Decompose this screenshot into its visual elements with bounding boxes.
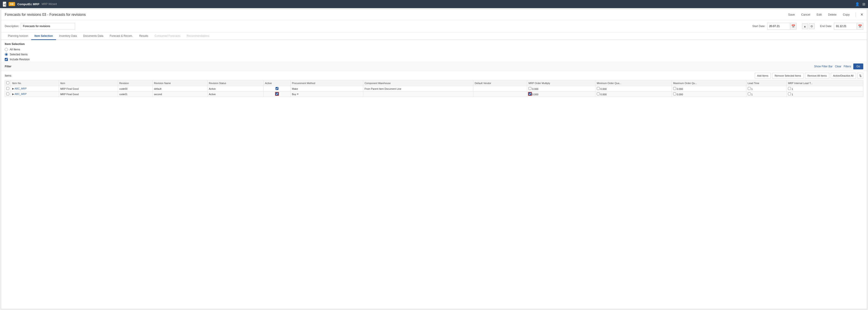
tab-consumed-forecasts: Consumed Forecasts bbox=[151, 33, 184, 40]
separator bbox=[856, 12, 856, 17]
include-revision-item[interactable]: Include Revision bbox=[1, 57, 867, 62]
edit-button[interactable]: Edit bbox=[815, 12, 823, 17]
selected-items-radio-item[interactable]: Selected Items bbox=[5, 53, 863, 56]
row1-warehouse: From Parent Item Document Line bbox=[363, 86, 473, 92]
row1-max-order-checkbox[interactable] bbox=[673, 87, 676, 90]
row2-expand-arrow[interactable]: ▶ bbox=[12, 93, 14, 95]
end-date-calendar-button[interactable]: 📅 bbox=[857, 23, 863, 29]
row1-lead-time-checkbox[interactable] bbox=[748, 87, 751, 90]
active-deactive-button[interactable]: Active/Deactive All bbox=[831, 73, 856, 79]
row2-item: MRP Final Good bbox=[59, 92, 118, 97]
item-selection-title: Item Selection bbox=[1, 40, 867, 47]
row1-lead-time: 1 bbox=[746, 86, 786, 92]
back-button[interactable]: ◀ bbox=[3, 2, 6, 7]
items-header: Items Add Items Remove Selected Items Re… bbox=[5, 73, 863, 79]
start-date-calendar-button[interactable]: 📅 bbox=[790, 23, 796, 29]
row2-item-no: ▶ ABC_MRP bbox=[11, 92, 59, 97]
row2-revision: code01 bbox=[118, 92, 152, 97]
select-all-checkbox[interactable] bbox=[6, 81, 9, 84]
description-input[interactable] bbox=[21, 23, 75, 29]
radio-group: All Items Selected Items bbox=[1, 47, 867, 57]
tab-results[interactable]: Results bbox=[136, 33, 151, 40]
start-date-label: Start Date: bbox=[752, 25, 765, 28]
row1-expand-arrow[interactable]: ▶ bbox=[12, 87, 14, 90]
row2-procurement-dropdown-arrow[interactable]: ▼ bbox=[297, 93, 299, 95]
tab-item-selection[interactable]: Item Selection bbox=[31, 33, 56, 40]
show-filter-bar-button[interactable]: Show Filter Bar bbox=[814, 65, 833, 68]
tab-planning-horizon[interactable]: Planning horizon bbox=[5, 33, 31, 40]
content-area: Item Selection All Items Selected Items … bbox=[1, 40, 867, 309]
delete-button[interactable]: Delete bbox=[827, 12, 838, 17]
tab-forecast-recom[interactable]: Forecast & Recom. bbox=[106, 33, 136, 40]
th-procurement-method: Procurement Method bbox=[290, 80, 363, 86]
row1-revision: code00 bbox=[118, 86, 152, 92]
all-items-radio-item[interactable]: All Items bbox=[5, 48, 863, 51]
row2-mrp-internal-checkbox[interactable] bbox=[788, 92, 791, 95]
start-date-input[interactable] bbox=[767, 23, 790, 29]
row2-max-order-checkbox[interactable] bbox=[673, 92, 676, 95]
row1-min-order: 0.000 bbox=[595, 86, 672, 92]
th-component-warehouse: Component Warehouse bbox=[363, 80, 473, 86]
top-bar: ◀ AE ComputEc MRP MRP Wizard 👤 ⊞ bbox=[0, 0, 868, 8]
row1-mrp-order-checkbox[interactable] bbox=[528, 87, 531, 90]
cancel-button[interactable]: Cancel bbox=[800, 12, 811, 17]
remove-all-button[interactable]: Remove All Items bbox=[805, 73, 829, 79]
th-lead-time: Lead Time bbox=[746, 80, 786, 86]
filter-title: Filter bbox=[5, 65, 814, 68]
go-button[interactable]: Go bbox=[853, 63, 863, 69]
grid-icon[interactable]: ⊞ bbox=[862, 2, 865, 6]
copy-button[interactable]: Copy bbox=[842, 12, 851, 17]
tab-documents-data[interactable]: Documents Data bbox=[80, 33, 106, 40]
filters-button[interactable]: Filters bbox=[844, 65, 851, 68]
row2-mrp-internal: 1 bbox=[786, 92, 863, 97]
form-area: Description: Start Date: 📅 ▲ ⚙ End Date:… bbox=[1, 20, 867, 33]
th-default-vendor: Default Vendor bbox=[473, 80, 527, 86]
app-sub: MRP Wizard bbox=[41, 2, 57, 6]
window-actions: Save Cancel Edit Delete Copy ✕ bbox=[787, 12, 863, 17]
row1-checkbox[interactable] bbox=[6, 87, 9, 90]
end-date-input[interactable] bbox=[834, 23, 857, 29]
sort-button[interactable]: ⇅ bbox=[857, 73, 863, 79]
clear-button[interactable]: Clear bbox=[835, 65, 842, 68]
save-button[interactable]: Save bbox=[787, 12, 796, 17]
items-section: Items Add Items Remove Selected Items Re… bbox=[1, 71, 867, 99]
items-table: Item No. Item Revision Revision Name Rev… bbox=[5, 80, 863, 97]
end-date-group: End Date: 📅 bbox=[820, 23, 863, 30]
user-icon[interactable]: 👤 bbox=[855, 2, 860, 6]
row1-active-checkbox[interactable] bbox=[276, 87, 278, 90]
row2-checkbox[interactable] bbox=[6, 92, 9, 95]
main-window: Forecasts for revisions 03 - Forecasts f… bbox=[1, 9, 867, 309]
th-minimum-order: Minimum Order Qua... bbox=[595, 80, 672, 86]
remove-selected-button[interactable]: Remove Selected Items bbox=[772, 73, 804, 79]
selected-items-label: Selected Items bbox=[10, 53, 28, 56]
row2-active-checkbox[interactable] bbox=[276, 92, 278, 95]
row2-lead-time-checkbox[interactable] bbox=[748, 92, 751, 95]
row2-mrp-order-checkbox[interactable] bbox=[528, 92, 531, 95]
row2-min-order-checkbox[interactable] bbox=[597, 92, 600, 95]
include-revision-checkbox[interactable] bbox=[5, 58, 8, 61]
th-mrp-order-multiply: MRP Order Multiply bbox=[527, 80, 595, 86]
row2-max-order: 0.000 bbox=[672, 92, 746, 97]
sort-up-button[interactable]: ▲ bbox=[802, 23, 808, 29]
row1-min-order-checkbox[interactable] bbox=[597, 87, 600, 90]
row2-vendor bbox=[473, 92, 527, 97]
row2-revision-name: second bbox=[153, 92, 208, 97]
link-button[interactable]: ⚙ bbox=[809, 23, 815, 29]
all-items-radio[interactable] bbox=[5, 48, 8, 51]
table-row: ▶ ABC_MRP MRP Final Good code00 default … bbox=[5, 86, 863, 92]
row2-item-no-link[interactable]: ABC_MRP bbox=[14, 93, 26, 95]
tab-inventory-data[interactable]: Inventory Data bbox=[56, 33, 80, 40]
row1-item-no: ▶ ABC_MRP bbox=[11, 86, 59, 92]
row1-item-no-link[interactable]: ABC_MRP bbox=[14, 87, 26, 90]
table-header-row: Item No. Item Revision Revision Name Rev… bbox=[5, 80, 863, 86]
items-actions: Add Items Remove Selected Items Remove A… bbox=[755, 73, 863, 79]
window-title: Forecasts for revisions 03 - Forecasts f… bbox=[5, 13, 787, 17]
th-active: Active bbox=[264, 80, 290, 86]
th-mrp-internal-lead: MRP Internal Lead T... bbox=[786, 80, 863, 86]
close-button[interactable]: ✕ bbox=[860, 12, 863, 17]
selected-items-radio[interactable] bbox=[5, 53, 8, 56]
row1-mrp-internal-checkbox[interactable] bbox=[788, 87, 791, 90]
row1-mrp-internal: 1 bbox=[786, 86, 863, 92]
row2-lead-time: 1 bbox=[746, 92, 786, 97]
add-items-button[interactable]: Add Items bbox=[755, 73, 771, 79]
